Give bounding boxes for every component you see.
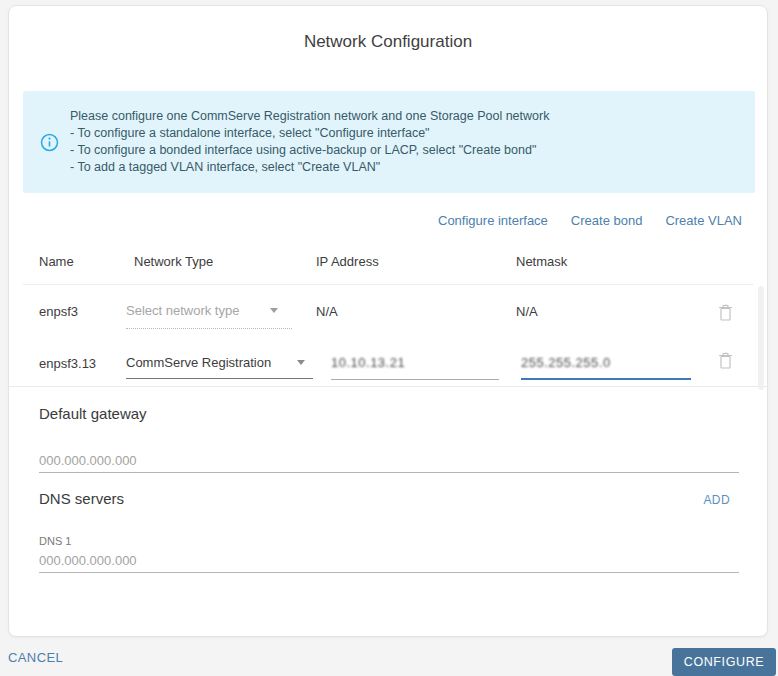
- table-actions: Configure interface Create bond Create V…: [438, 213, 742, 228]
- netmask-value: N/A: [516, 304, 538, 319]
- network-type-select[interactable]: CommServe Registration: [126, 355, 313, 379]
- ip-address-redacted-value: 10.10.13.21: [331, 355, 405, 370]
- column-header-name: Name: [39, 254, 74, 269]
- info-banner: Please configure one CommServe Registrat…: [23, 91, 755, 193]
- configure-button[interactable]: CONFIGURE: [672, 648, 776, 676]
- interface-name: enpsf3.13: [39, 356, 96, 371]
- default-gateway-label: Default gateway: [39, 405, 147, 422]
- default-gateway-input[interactable]: [39, 451, 739, 473]
- delete-interface-button[interactable]: [714, 301, 736, 323]
- delete-interface-button[interactable]: [714, 349, 736, 371]
- create-vlan-link[interactable]: Create VLAN: [665, 213, 742, 228]
- info-banner-text: Please configure one CommServe Registrat…: [70, 108, 549, 176]
- dns-servers-label: DNS servers: [39, 490, 124, 507]
- page-title: Network Configuration: [9, 32, 767, 52]
- network-type-select-value: CommServe Registration: [126, 355, 271, 370]
- trash-icon: [717, 303, 734, 322]
- network-configuration-dialog: Network Configuration Please configure o…: [8, 5, 768, 637]
- table-bottom-divider: [9, 386, 767, 387]
- info-icon: [40, 133, 59, 152]
- info-line: - To add a tagged VLAN interface, select…: [70, 159, 549, 176]
- add-dns-button[interactable]: ADD: [703, 493, 730, 507]
- column-header-network-type: Network Type: [134, 254, 213, 269]
- create-bond-link[interactable]: Create bond: [571, 213, 643, 228]
- dns1-input[interactable]: [39, 551, 739, 573]
- column-header-ip-address: IP Address: [316, 254, 379, 269]
- chevron-down-icon: [270, 308, 278, 313]
- trash-icon: [717, 351, 734, 370]
- configure-interface-link[interactable]: Configure interface: [438, 213, 548, 228]
- ip-address-input[interactable]: 10.10.13.21: [331, 355, 499, 380]
- dns1-label: DNS 1: [39, 535, 71, 547]
- network-type-select[interactable]: Select network type: [126, 303, 292, 329]
- chevron-down-icon: [297, 360, 305, 365]
- cancel-button[interactable]: CANCEL: [8, 650, 63, 665]
- column-header-netmask: Netmask: [516, 254, 567, 269]
- ip-address-value: N/A: [316, 304, 338, 319]
- netmask-redacted-value: 255.255.255.0: [521, 355, 611, 370]
- scrollbar[interactable]: [758, 286, 764, 390]
- interface-name: enpsf3: [39, 304, 78, 319]
- info-line: Please configure one CommServe Registrat…: [70, 108, 549, 125]
- header-divider: [23, 284, 753, 285]
- network-type-select-placeholder: Select network type: [126, 303, 239, 318]
- network-configuration-page: Network Configuration Please configure o…: [0, 0, 778, 676]
- netmask-input[interactable]: 255.255.255.0: [521, 355, 691, 380]
- info-line: - To configure a standalone interface, s…: [70, 125, 549, 142]
- info-line: - To configure a bonded interface using …: [70, 142, 549, 159]
